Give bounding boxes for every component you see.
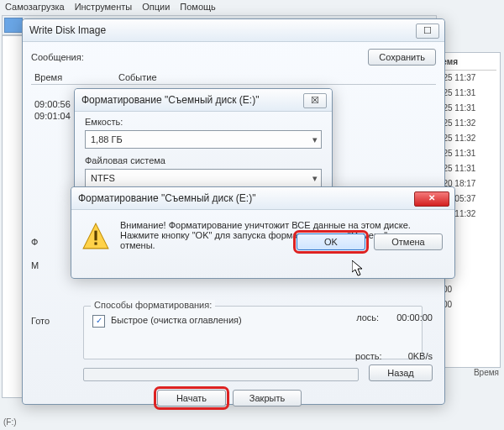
svg-rect-1 xyxy=(94,231,97,241)
time-col2-label: Время xyxy=(474,368,499,377)
back-button[interactable]: Назад xyxy=(369,364,433,381)
cancel-button[interactable]: Отмена xyxy=(374,233,443,250)
menu-options[interactable]: Опции xyxy=(142,2,170,12)
speed-label: рость: xyxy=(355,351,382,361)
svg-rect-2 xyxy=(94,242,97,244)
cursor-icon xyxy=(352,260,364,277)
filesystem-label: Файловая система xyxy=(85,155,322,165)
menu-autoload[interactable]: Самозагрузка xyxy=(5,2,65,12)
remaining-value: 00:00:00 xyxy=(396,312,433,322)
format-settings-window: Форматирование "Съемный диск (E:)" ☒ Емк… xyxy=(74,88,333,191)
wdi-titlebar[interactable]: Write Disk Image xyxy=(23,19,444,42)
fmt-title: Форматирование "Съемный диск (E:)" xyxy=(81,94,259,106)
tool-icon[interactable] xyxy=(4,18,23,33)
col-time: Время xyxy=(34,72,85,82)
close-button[interactable]: Закрыть xyxy=(233,390,302,406)
warn-title: Форматирование "Съемный диск (E:)" xyxy=(78,192,255,204)
partial-label: М xyxy=(31,260,39,270)
wdi-title: Write Disk Image xyxy=(29,24,106,36)
warn-text-1: Внимание! Форматирование уничтожит ВСЕ д… xyxy=(120,220,443,230)
svg-marker-3 xyxy=(352,260,362,275)
warn-titlebar[interactable]: Форматирование "Съемный диск (E:)" xyxy=(71,187,454,210)
ok-button[interactable]: OK xyxy=(297,233,365,250)
capacity-combo[interactable]: 1,88 ГБ xyxy=(85,130,322,149)
messages-label: Сообщения: xyxy=(31,52,84,62)
format-warning-dialog: Форматирование "Съемный диск (E:)" ✕ Вни… xyxy=(71,186,455,279)
warn-close-button[interactable]: ✕ xyxy=(414,191,449,207)
menu-tools[interactable]: Инструменты xyxy=(75,2,133,12)
warning-icon xyxy=(81,222,110,250)
filesystem-combo[interactable]: NTFS xyxy=(85,169,322,187)
progress-bar xyxy=(83,368,359,381)
fmt-control-box[interactable]: ☒ xyxy=(303,93,327,108)
partial-label: Ф xyxy=(31,237,39,247)
col-event: Событие xyxy=(118,72,157,82)
quick-format-label: Быстрое (очистка оглавления) xyxy=(111,315,242,325)
wdi-control-box[interactable]: ☐ xyxy=(416,24,439,39)
start-button[interactable]: Начать xyxy=(157,390,226,406)
footer-left: (F:) xyxy=(3,417,17,427)
remaining-label: лось: xyxy=(356,312,379,322)
methods-group-legend: Способы форматирования: xyxy=(91,300,215,310)
save-button[interactable]: Сохранить xyxy=(368,49,436,66)
quick-format-checkbox[interactable]: ✓ xyxy=(92,315,105,328)
speed-value: 0KB/s xyxy=(408,351,433,361)
menu-help[interactable]: Помощь xyxy=(180,2,216,12)
app-menubar: Самозагрузка Инструменты Опции Помощь xyxy=(5,2,216,12)
left-gutter xyxy=(2,35,24,398)
ready-label: Гото xyxy=(31,316,50,326)
capacity-label: Емкость: xyxy=(85,117,322,127)
fmt-titlebar[interactable]: Форматирование "Съемный диск (E:)" xyxy=(75,89,332,112)
